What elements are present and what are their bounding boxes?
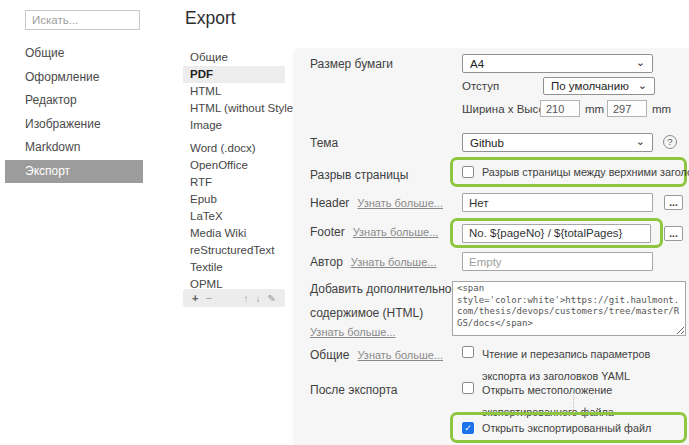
paper-height-input[interactable] bbox=[607, 100, 647, 117]
extra-content-learn-more-link[interactable]: Узнать больше... bbox=[310, 326, 396, 338]
footer-input[interactable] bbox=[462, 224, 651, 243]
chevron-down-icon: ⌄ bbox=[636, 57, 645, 67]
common-label: Общие bbox=[310, 348, 349, 362]
margin-value: По умолчанию bbox=[551, 80, 629, 92]
format-item-image[interactable]: Image bbox=[183, 117, 285, 134]
header-more-button[interactable]: ... bbox=[664, 195, 683, 210]
search-input[interactable] bbox=[25, 10, 140, 30]
chevron-down-icon: ⌄ bbox=[638, 80, 647, 90]
common-learn-more-link[interactable]: Узнать больше... bbox=[357, 349, 443, 361]
sidebar-item-image[interactable]: Изображение bbox=[5, 113, 143, 137]
page-title: Export bbox=[185, 8, 236, 29]
move-up-button[interactable]: ↑ bbox=[244, 293, 249, 304]
header-label: Header bbox=[310, 196, 349, 210]
unit-mm: mm bbox=[652, 103, 671, 115]
sidebar-item-export[interactable]: Экспорт bbox=[5, 160, 143, 184]
extra-content-label-line2: содержимое (HTML) bbox=[310, 306, 423, 320]
sidebar-item-appearance[interactable]: Оформление bbox=[5, 66, 143, 90]
author-label: Автор bbox=[310, 255, 343, 269]
page-break-checkbox[interactable] bbox=[462, 166, 474, 178]
page-break-option-label: Разрыв страницы между верхними заголовка… bbox=[482, 166, 689, 178]
help-icon[interactable]: ? bbox=[663, 135, 677, 149]
format-item-epub[interactable]: Epub bbox=[183, 191, 285, 208]
move-down-button[interactable]: ↓ bbox=[256, 293, 261, 304]
settings-sidebar: Общие Оформление Редактор Изображение Ma… bbox=[5, 42, 143, 183]
chevron-down-icon: ⌄ bbox=[636, 136, 645, 146]
format-item-word[interactable]: Word (.docx) bbox=[183, 140, 285, 157]
remove-format-button[interactable]: − bbox=[205, 292, 211, 304]
extra-content-label-line1: Добавить дополнительное bbox=[310, 282, 458, 296]
open-file-location-checkbox[interactable] bbox=[462, 382, 474, 394]
format-item-pdf[interactable]: PDF bbox=[183, 66, 285, 83]
format-item-html-no-styles[interactable]: HTML (without Styles) bbox=[183, 100, 285, 117]
theme-select[interactable]: Github ⌄ bbox=[462, 133, 653, 152]
footer-label-row: Footer Узнать больше... bbox=[310, 225, 438, 239]
common-label-row: Общие Узнать больше... bbox=[310, 348, 443, 362]
extra-content-textarea[interactable]: <span style='color:white'>https://git.ha… bbox=[452, 281, 686, 336]
after-export-label: После экспорта bbox=[310, 383, 397, 397]
paper-size-value: A4 bbox=[470, 58, 484, 70]
footer-learn-more-link[interactable]: Узнать больше... bbox=[353, 226, 439, 238]
add-format-button[interactable]: + bbox=[192, 292, 198, 304]
preferences-window: Общие Оформление Редактор Изображение Ma… bbox=[0, 0, 689, 445]
header-label-row: Header Узнать больше... bbox=[310, 196, 443, 210]
margin-label: Отступ bbox=[462, 80, 499, 92]
format-item-rtf[interactable]: RTF bbox=[183, 174, 285, 191]
footer-label: Footer bbox=[310, 225, 345, 239]
open-exported-file-checkbox[interactable]: ✓ bbox=[462, 422, 474, 434]
annotation-dotted-line bbox=[573, 388, 574, 412]
page-break-label: Разрыв страницы bbox=[310, 168, 408, 182]
footer-more-button[interactable]: ... bbox=[664, 226, 683, 241]
edit-format-button[interactable]: ✎ bbox=[268, 293, 276, 304]
format-item-common[interactable]: Общие bbox=[183, 49, 285, 66]
format-item-openoffice[interactable]: OpenOffice bbox=[183, 157, 285, 174]
header-learn-more-link[interactable]: Узнать больше... bbox=[357, 197, 443, 209]
header-input[interactable] bbox=[462, 193, 653, 212]
format-item-latex[interactable]: LaTeX bbox=[183, 208, 285, 225]
margin-select[interactable]: По умолчанию ⌄ bbox=[543, 77, 655, 95]
pdf-export-settings-panel: Размер бумаги A4 ⌄ Отступ По умолчанию ⌄… bbox=[293, 48, 689, 445]
highlight-box-open-file: ✓ Открыть экспортированный файл bbox=[450, 412, 687, 443]
format-item-textile[interactable]: Textile bbox=[183, 259, 285, 276]
yaml-rewrite-checkbox[interactable] bbox=[462, 346, 474, 358]
author-learn-more-link[interactable]: Узнать больше... bbox=[351, 256, 437, 268]
paper-width-input[interactable] bbox=[540, 100, 580, 117]
format-item-html[interactable]: HTML bbox=[183, 83, 285, 100]
highlight-box-page-break: Разрыв страницы между верхними заголовка… bbox=[450, 157, 687, 187]
export-format-list: Общие PDF HTML HTML (without Styles) Ima… bbox=[183, 49, 285, 293]
highlight-box-footer bbox=[450, 218, 663, 248]
sidebar-item-markdown[interactable]: Markdown bbox=[5, 136, 143, 160]
format-list-toolbar: + − ↑ ↓ ✎ bbox=[183, 289, 285, 307]
format-item-restructuredtext[interactable]: reStructuredText bbox=[183, 242, 285, 259]
theme-label: Тема bbox=[310, 136, 338, 150]
theme-value: Github bbox=[470, 137, 504, 149]
sidebar-item-editor[interactable]: Редактор bbox=[5, 89, 143, 113]
sidebar-item-general[interactable]: Общие bbox=[5, 42, 143, 66]
paper-size-label: Размер бумаги bbox=[310, 57, 393, 71]
author-label-row: Автор Узнать больше... bbox=[310, 255, 436, 269]
open-exported-file-option-label: Открыть экспортированный файл bbox=[482, 422, 651, 434]
format-item-mediawiki[interactable]: Media Wiki bbox=[183, 225, 285, 242]
paper-size-select[interactable]: A4 ⌄ bbox=[462, 54, 653, 73]
author-input[interactable] bbox=[462, 252, 653, 271]
